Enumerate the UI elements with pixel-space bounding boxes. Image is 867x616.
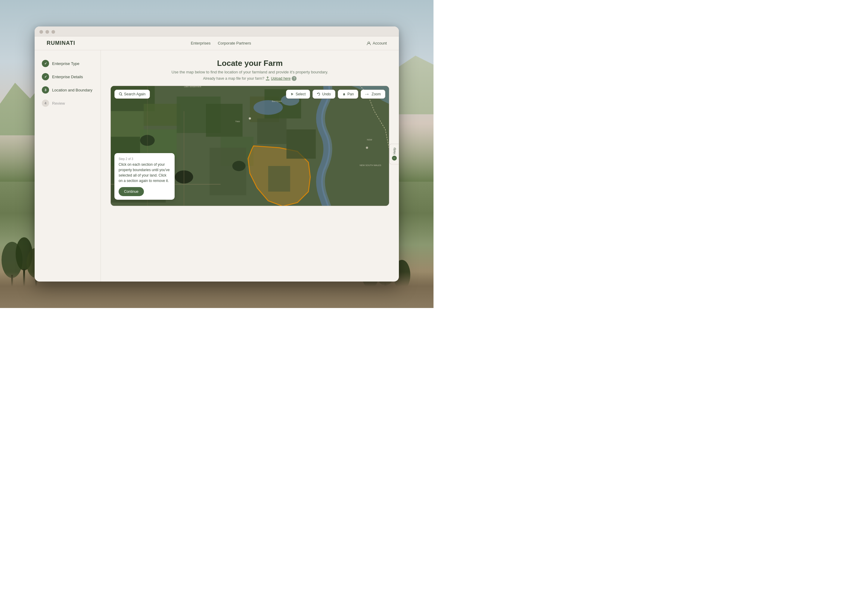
browser-window: RUMINATI Enterprises Corporate Partners … xyxy=(35,27,399,281)
logo: RUMINATI xyxy=(47,40,75,46)
nav-enterprises[interactable]: Enterprises xyxy=(191,41,211,46)
step-2-check: ✓ xyxy=(44,75,47,79)
undo-label: Undo xyxy=(322,92,331,96)
step-2-label: Enterprise Details xyxy=(52,75,83,79)
svg-point-35 xyxy=(232,161,246,171)
step-4: 4 Review xyxy=(42,99,93,107)
zoom-icon: − + xyxy=(365,92,370,96)
user-icon xyxy=(367,41,371,46)
map-toolbar: Search Again Select U xyxy=(114,90,385,99)
account-menu[interactable]: Account xyxy=(367,41,387,46)
page-content: Locate your Farm Use the map below to fi… xyxy=(101,50,399,281)
browser-chrome xyxy=(35,27,399,36)
step-4-label: Review xyxy=(52,101,65,105)
search-again-label: Search Again xyxy=(124,92,145,96)
svg-text:NEW SOUTH WALES: NEW SOUTH WALES xyxy=(360,164,381,167)
step-1: ✓ Enterprise Type xyxy=(42,60,93,67)
search-again-button[interactable]: Search Again xyxy=(114,90,150,99)
sidebar: ✓ Enterprise Type ✓ Enterprise Details 3… xyxy=(35,50,101,281)
svg-text:Yass: Yass xyxy=(235,120,240,123)
svg-text:NSW: NSW xyxy=(367,138,372,141)
popup-step-label: Step 2 of 3 xyxy=(118,157,170,160)
window-controls xyxy=(39,30,394,34)
step-1-check: ✓ xyxy=(44,62,47,66)
step-2-circle: ✓ xyxy=(42,73,49,80)
page-subtitle: Use the map below to find the location o… xyxy=(110,70,389,74)
window-dot-maximize[interactable] xyxy=(52,30,55,34)
pan-icon xyxy=(342,92,346,96)
zoom-label: Zoom xyxy=(372,92,381,96)
step-1-label: Enterprise Type xyxy=(52,61,79,66)
window-dot-minimize[interactable] xyxy=(46,30,49,34)
step-4-number: 4 xyxy=(44,101,46,105)
upload-hint: Already have a map file for your farm? U… xyxy=(110,76,389,81)
step-3-label: Location and Boundary xyxy=(52,88,92,92)
svg-rect-32 xyxy=(210,148,246,195)
nav-corporate-partners[interactable]: Corporate Partners xyxy=(218,41,251,46)
search-icon xyxy=(119,92,123,96)
continue-button[interactable]: Continue xyxy=(118,187,144,196)
pan-label: Pan xyxy=(347,92,354,96)
svg-text:Lake Windermere: Lake Windermere xyxy=(184,86,201,88)
svg-rect-38 xyxy=(287,129,316,159)
navbar: RUMINATI Enterprises Corporate Partners … xyxy=(35,36,399,50)
svg-rect-37 xyxy=(257,118,286,144)
account-label: Account xyxy=(373,41,387,46)
svg-rect-39 xyxy=(268,166,290,192)
page-title: Locate your Farm xyxy=(110,59,389,68)
step-1-circle: ✓ xyxy=(42,60,49,67)
step-3: 3 Location and Boundary xyxy=(42,86,93,94)
upload-link[interactable]: Upload here xyxy=(271,76,290,81)
nav-links: Enterprises Corporate Partners xyxy=(191,41,251,46)
zoom-button[interactable]: − + Zoom xyxy=(361,90,385,99)
upload-icon xyxy=(265,76,270,81)
svg-line-54 xyxy=(121,95,122,96)
svg-text:Burrinjuck: Burrinjuck xyxy=(272,100,282,102)
map-popup: Step 2 of 3 Click on each section of you… xyxy=(114,153,175,200)
popup-instruction: Click on each section of your property b… xyxy=(118,162,170,184)
help-icon: − xyxy=(392,156,397,160)
svg-text:+: + xyxy=(367,93,369,96)
map-container[interactable]: Bathurst Lake Windermere Burrinjuck Yass… xyxy=(110,86,389,206)
svg-point-53 xyxy=(119,93,121,95)
select-button[interactable]: Select xyxy=(286,90,310,99)
upload-hint-text: Already have a map file for your farm? xyxy=(203,76,264,81)
content-area: ✓ Enterprise Type ✓ Enterprise Details 3… xyxy=(35,50,399,281)
step-2: ✓ Enterprise Details xyxy=(42,73,93,80)
cursor-icon xyxy=(290,92,294,96)
undo-icon xyxy=(317,92,321,96)
svg-point-45 xyxy=(366,146,368,149)
step-3-circle: 3 xyxy=(42,86,49,94)
svg-rect-19 xyxy=(143,104,180,126)
step-3-number: 3 xyxy=(44,88,46,92)
help-badge-upload[interactable]: ? xyxy=(292,76,296,81)
window-dot-close[interactable] xyxy=(39,30,43,34)
help-label: Help xyxy=(393,148,396,155)
svg-rect-18 xyxy=(111,111,143,137)
svg-point-43 xyxy=(249,117,251,119)
pan-button[interactable]: Pan xyxy=(338,90,358,99)
step-4-circle: 4 xyxy=(42,99,49,107)
help-panel[interactable]: Help − xyxy=(389,144,399,165)
svg-rect-56 xyxy=(344,93,344,94)
select-label: Select xyxy=(296,92,306,96)
undo-button[interactable]: Undo xyxy=(312,90,335,99)
